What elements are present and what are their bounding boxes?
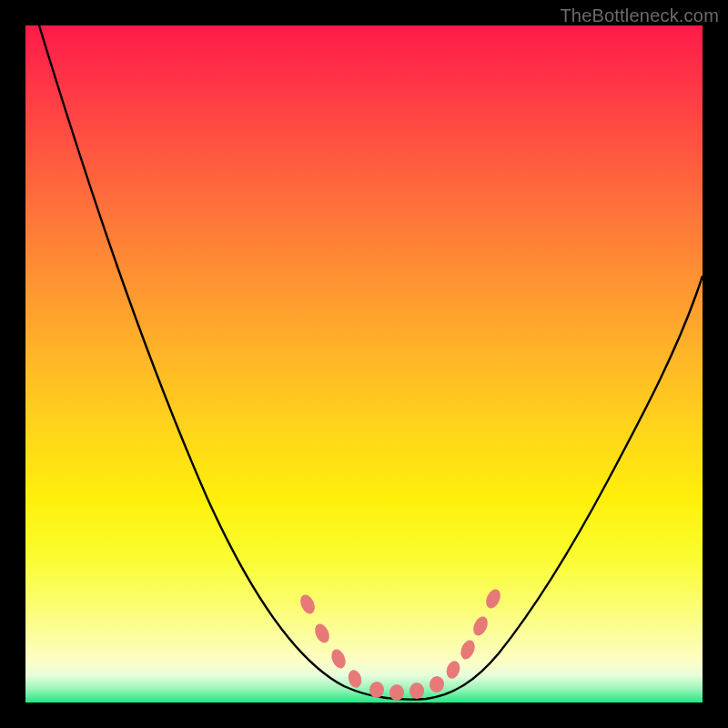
svg-point-0 — [298, 592, 318, 616]
svg-point-1 — [312, 622, 332, 645]
plot-area — [25, 25, 703, 703]
svg-point-2 — [329, 647, 348, 671]
svg-point-9 — [458, 638, 477, 662]
watermark-text: TheBottleneck.com — [560, 5, 719, 26]
curve-markers — [298, 587, 503, 701]
bottleneck-curve — [39, 25, 703, 700]
svg-point-5 — [389, 684, 404, 701]
svg-point-10 — [470, 614, 490, 638]
svg-point-4 — [369, 682, 384, 698]
svg-point-6 — [410, 682, 424, 699]
svg-point-7 — [429, 675, 446, 694]
svg-point-11 — [483, 587, 503, 611]
svg-point-3 — [347, 669, 364, 690]
bottleneck-curve-svg — [25, 25, 703, 703]
svg-point-8 — [444, 659, 461, 680]
chart-frame: TheBottleneck.com — [0, 0, 728, 728]
